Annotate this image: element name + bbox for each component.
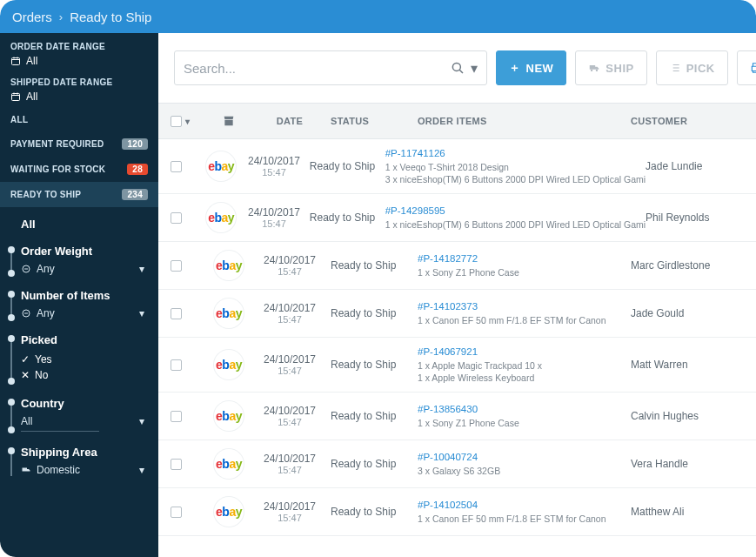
table-row[interactable]: ebay24/10/201715:47Ready to Ship#P-13856… — [158, 393, 756, 440]
items-cell: #P-141827721 x Sony Z1 Phone Case — [418, 253, 631, 278]
date-cell: 24/10/201715:47 — [249, 453, 331, 475]
ebay-logo: ebay — [214, 449, 244, 479]
sidebar-item-label: ALL — [10, 115, 28, 124]
items-cell: #P-142985951 x niceEshop(TM) 6 Buttons 2… — [385, 205, 646, 230]
date-cell: 24/10/201715:47 — [249, 353, 331, 376]
filter-shipping-area[interactable]: Shipping Area Domestic ▾ — [0, 439, 158, 483]
row-checkbox[interactable] — [171, 212, 182, 224]
status-filter-list: ALLPAYMENT REQUIRED120WAITING FOR STOCK2… — [0, 108, 158, 207]
shipped-date-range-filter[interactable]: SHIPPED DATE RANGE All — [0, 69, 158, 104]
filter-picked: Picked ✓ Yes ✕ No — [0, 326, 158, 390]
table-row[interactable]: ebay24/10/201715:47Ready to Ship#P-14102… — [158, 488, 756, 536]
ebay-logo: ebay — [214, 350, 244, 379]
close-icon: ✕ — [21, 369, 30, 381]
order-date-range-filter[interactable]: ORDER DATE RANGE All — [0, 33, 158, 69]
filter-all[interactable]: All — [0, 211, 158, 238]
order-id-link[interactable]: #P-10040724 — [418, 452, 631, 462]
new-button[interactable]: ＋ NEW — [496, 50, 566, 85]
ship-button[interactable]: SHIP — [575, 50, 646, 85]
row-checkbox[interactable] — [171, 260, 182, 272]
breadcrumb-current: Ready to Ship — [70, 10, 151, 24]
breadcrumb: Orders › Ready to Ship — [0, 0, 756, 33]
ebay-logo: ebay — [214, 401, 244, 431]
chevron-down-icon[interactable]: ▾ — [185, 117, 190, 126]
status-cell: Ready to Ship — [310, 211, 385, 224]
chevron-down-icon: ▾ — [139, 307, 144, 319]
customer-cell: Matthew Ali — [631, 506, 744, 518]
order-id-link[interactable]: #P-14102504 — [418, 500, 631, 510]
status-cell: Ready to Ship — [331, 359, 418, 371]
chevron-down-icon[interactable]: ▾ — [471, 60, 478, 77]
table-row[interactable]: ebay24/10/201715:47Ready to Ship#P-11741… — [158, 139, 756, 194]
toolbar: ▾ ＋ NEW SHIP PICK PRI — [158, 33, 756, 103]
order-line-item: 1 x Canon EF 50 mm F/1.8 EF STM for Cano… — [418, 315, 631, 325]
column-status[interactable]: STATUS — [331, 116, 418, 126]
chevron-right-icon: › — [59, 10, 63, 23]
status-cell: Ready to Ship — [331, 259, 418, 272]
column-date[interactable]: DATE — [249, 116, 331, 126]
items-cell: #P-117411261 x Veeqo T-Shirt 2018 Design… — [385, 148, 646, 185]
search-icon[interactable] — [450, 60, 465, 76]
svg-rect-0 — [12, 58, 20, 65]
row-checkbox[interactable] — [171, 507, 182, 518]
column-store — [209, 114, 249, 128]
search-field[interactable] — [184, 61, 450, 76]
order-line-item: 1 x Sony Z1 Phone Case — [418, 267, 631, 278]
order-id-link[interactable]: #P-13856430 — [418, 404, 631, 414]
items-cell: #P-100407243 x Galaxy S6 32GB — [418, 452, 631, 476]
print-button[interactable]: PRI — [737, 50, 756, 85]
search-input[interactable]: ▾ — [174, 50, 487, 85]
select-all-checkbox[interactable] — [171, 116, 182, 127]
customer-cell: Phil Reynolds — [646, 211, 744, 224]
store-cell: ebay — [209, 350, 249, 379]
sidebar-item-status[interactable]: PAYMENT REQUIRED120 — [0, 131, 158, 157]
sidebar-item-status[interactable]: ALL — [0, 108, 158, 131]
svg-rect-1 — [12, 94, 20, 101]
date-cell: 24/10/201715:47 — [249, 405, 331, 427]
filter-number-items[interactable]: Number of Items Any ▾ — [0, 282, 158, 326]
order-id-link[interactable]: #P-14298595 — [385, 205, 646, 216]
row-checkbox[interactable] — [171, 308, 182, 319]
date-cell: 24/10/201715:47 — [238, 155, 310, 178]
order-id-link[interactable]: #P-14102373 — [418, 301, 631, 312]
row-checkbox[interactable] — [171, 359, 182, 371]
pick-button[interactable]: PICK — [656, 50, 728, 85]
table-row[interactable]: ebay24/10/201715:47Ready to Ship#P-14102… — [158, 290, 756, 338]
row-checkbox[interactable] — [171, 411, 182, 422]
filter-title: Country — [21, 397, 148, 410]
circle-icon — [21, 308, 31, 319]
customer-cell: Calvin Hughes — [631, 410, 744, 422]
sidebar-item-status[interactable]: READY TO SHIP234 — [0, 182, 158, 207]
breadcrumb-root[interactable]: Orders — [12, 10, 52, 24]
column-customer[interactable]: CUSTOMER — [631, 116, 744, 126]
order-id-link[interactable]: #P-11741126 — [385, 148, 646, 158]
table-row[interactable]: ebay24/10/201715:47Ready to Ship#P-14182… — [158, 242, 756, 290]
picked-yes[interactable]: ✓ Yes — [21, 352, 148, 367]
customer-cell: Marc Girdlestone — [631, 259, 744, 272]
store-cell: ebay — [209, 401, 249, 431]
sidebar-item-status[interactable]: WAITING FOR STOCK28 — [0, 157, 158, 182]
date-cell: 24/10/201715:47 — [249, 302, 331, 325]
row-checkbox[interactable] — [171, 161, 182, 172]
order-id-link[interactable]: #P-14067921 — [418, 346, 631, 357]
row-checkbox[interactable] — [171, 459, 182, 470]
calendar-icon — [10, 91, 21, 102]
table-row[interactable]: ebay24/10/201715:47Ready to Ship#P-14298… — [158, 194, 756, 242]
date-cell: 24/10/201715:47 — [238, 206, 310, 229]
table-row[interactable]: ebay24/10/201715:47Ready to Ship#P-14067… — [158, 338, 756, 393]
filter-country[interactable]: Country All ▾ — [0, 390, 158, 439]
picked-no[interactable]: ✕ No — [21, 367, 148, 383]
filter-value: Any — [37, 307, 55, 319]
store-cell: ebay — [209, 497, 249, 527]
order-id-link[interactable]: #P-14182772 — [418, 253, 631, 264]
ebay-logo: ebay — [214, 251, 244, 280]
order-line-item: 1 x Canon EF 50 mm F/1.8 EF STM for Cano… — [418, 513, 631, 524]
count-badge: 120 — [122, 138, 148, 150]
count-badge: 28 — [127, 164, 148, 175]
table-row[interactable]: ebay24/10/201715:47Ready to Ship#P-10040… — [158, 440, 756, 488]
store-cell: ebay — [209, 299, 249, 328]
filter-order-weight[interactable]: Order Weight Any ▾ — [0, 238, 158, 282]
column-items[interactable]: ORDER ITEMS — [418, 116, 631, 126]
store-cell: ebay — [209, 449, 249, 479]
chevron-down-icon: ▾ — [139, 464, 144, 476]
